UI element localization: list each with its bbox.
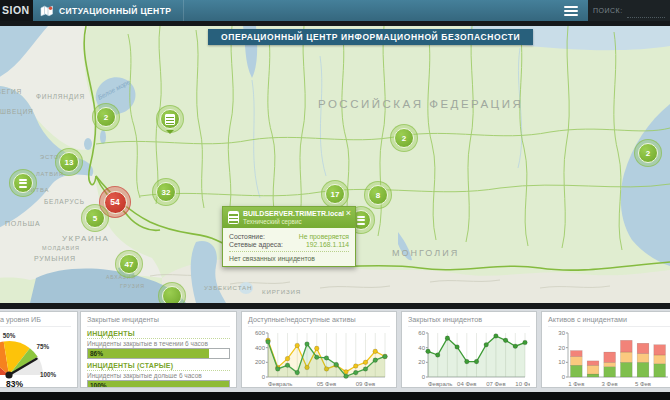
country-label: МОНГОЛИЯ: [392, 248, 459, 258]
kpi-panels-bar: Оценка уровня ИБ 50%75%100%83% Закрытые …: [0, 309, 670, 392]
country-label: ГРУЗИЯ: [120, 283, 145, 289]
country-label: КИРГИЗИЯ: [262, 288, 301, 295]
svg-text:20: 20: [558, 345, 565, 351]
map-marker-32[interactable]: 32: [152, 178, 180, 206]
svg-text:60: 60: [418, 330, 425, 336]
search-zone: ПОИСК:: [588, 0, 670, 21]
map-marker-5[interactable]: 5: [81, 204, 109, 232]
no-incidents-note: Нет связанных инцидентов: [229, 251, 349, 262]
section-description: Инциденты закрытые дольше 6 часов: [87, 372, 230, 379]
svg-text:Февраль: Февраль: [428, 381, 452, 387]
tab-label: СИТУАЦИОННЫЙ ЦЕНТР: [59, 6, 171, 16]
map-marker-pin[interactable]: [156, 105, 184, 133]
svg-text:600: 600: [255, 330, 266, 336]
country-label: РОССИЙСКАЯ ФЕДЕРАЦИЯ: [318, 98, 523, 110]
svg-text:40: 40: [418, 345, 425, 351]
panel-assets-availability: Доступные/недоступные активы 0200400600Ф…: [241, 311, 397, 388]
progress-bar: 100%: [87, 380, 230, 388]
asset-stack-icon: [19, 177, 27, 189]
svg-text:50%: 50%: [3, 332, 16, 339]
bars-chart-title: Активов с инцидентами: [548, 315, 670, 327]
asset-popup-body: Состояние: Не проверяется Сетевые адреса…: [223, 228, 355, 266]
tab-situation-center[interactable]: СИТУАЦИОННЫЙ ЦЕНТР: [33, 0, 184, 21]
map-marker-2[interactable]: 2: [390, 124, 418, 152]
search-input[interactable]: [627, 4, 665, 18]
svg-text:0: 0: [262, 374, 266, 380]
country-label: ПОЛЬША: [5, 220, 40, 227]
svg-text:Февраль: Февраль: [268, 381, 292, 387]
map-marker-2[interactable]: 2: [634, 139, 662, 167]
svg-text:400: 400: [255, 345, 266, 351]
country-label: ШВЕЦИЯ: [0, 108, 34, 115]
svg-text:10: 10: [558, 359, 565, 365]
closed-incidents-chart: 0204060Февраль04 Фев07 Фев10 Фев: [408, 328, 530, 388]
assets-availability-chart: 0200400600Февраль05 Фев09 Фев: [248, 328, 390, 388]
assets-chart-title: Доступные/недоступные активы: [248, 315, 390, 327]
app-logo: SION: [0, 0, 33, 21]
map-section: ОПЕРАЦИОННЫЙ ЦЕНТР ИНФОРМАЦИОННОЙ БЕЗОПА…: [0, 26, 670, 303]
progress-section-incidents-old: ИНЦИДЕНТЫ (СТАРЫЕ) Инциденты закрытые до…: [87, 362, 230, 388]
map-marker-17[interactable]: 17: [321, 180, 349, 208]
top-bar: SION СИТУАЦИОННЫЙ ЦЕНТР ПОИСК:: [0, 0, 670, 21]
svg-text:3 Фев: 3 Фев: [602, 381, 618, 387]
map-marker-8[interactable]: 8: [364, 181, 392, 209]
asset-stack-icon: [357, 214, 365, 226]
state-label: Состояние:: [229, 233, 265, 240]
server-icon: [228, 211, 239, 224]
section-heading: ИНЦИДЕНТЫ: [87, 330, 230, 339]
progress-value: 100%: [90, 381, 107, 388]
country-label: БЕЛАРУСЬ: [44, 198, 85, 205]
svg-text:20: 20: [418, 359, 425, 365]
closed-chart-title: Закрытых инцидентов: [408, 315, 530, 327]
progress-panel-title: Закрытые инциденты: [87, 315, 230, 327]
map-marker-stack[interactable]: [9, 169, 37, 197]
section-heading: ИНЦИДЕНТЫ (СТАРЫЕ): [87, 362, 230, 371]
asset-popup: BUILDSERVER.TRIMETR.local Технический се…: [222, 206, 356, 267]
svg-text:83%: 83%: [6, 379, 23, 388]
svg-text:0: 0: [562, 374, 566, 380]
svg-text:04 Фев: 04 Фев: [457, 381, 476, 387]
address-value: 192.168.1.114: [306, 241, 349, 248]
panel-closed-incidents-chart: Закрытых инцидентов 0204060Февраль04 Фев…: [401, 311, 537, 388]
map-marker-count[interactable]: [158, 282, 186, 303]
state-value: Не проверяется: [299, 233, 349, 240]
asset-popup-subtitle: Технический сервис: [243, 218, 344, 225]
progress-section-incidents: ИНЦИДЕНТЫ Инциденты закрытые в течении 6…: [87, 330, 230, 359]
map-marker-47[interactable]: 47: [115, 250, 143, 278]
svg-text:100%: 100%: [40, 371, 57, 378]
country-label: ФИНЛЯНДИЯ: [36, 93, 85, 100]
svg-text:75%: 75%: [37, 343, 50, 350]
ops-center-banner: ОПЕРАЦИОННЫЙ ЦЕНТР ИНФОРМАЦИОННОЙ БЕЗОПА…: [208, 29, 533, 45]
assets-with-incidents-chart: 01020301 Фев3 Фев5 Фев: [548, 328, 670, 388]
svg-text:200: 200: [255, 359, 266, 365]
asset-popup-title: BUILDSERVER.TRIMETR.local: [243, 210, 344, 218]
svg-text:0: 0: [422, 374, 426, 380]
country-label: НОРВЕГИЯ: [0, 88, 22, 95]
building-icon: [165, 114, 175, 125]
country-label: МОЛДАВИЯ: [42, 245, 80, 251]
address-label: Сетевые адреса:: [229, 241, 283, 248]
panel-closed-incidents-progress: Закрытые инциденты ИНЦИДЕНТЫ Инциденты з…: [80, 311, 237, 388]
menu-hamburger-icon[interactable]: [564, 4, 578, 18]
map-icon: [40, 5, 54, 17]
section-description: Инциденты закрытые в течении 6 часов: [87, 340, 230, 347]
svg-text:09 Фев: 09 Фев: [356, 381, 375, 387]
panel-assets-with-incidents: Активов с инцидентами 01020301 Фев3 Фев5…: [541, 311, 670, 388]
main-menu-bar: СИТУАЦИОННЫЙ ЦЕНТР: [33, 0, 588, 21]
svg-text:1 Фев: 1 Фев: [568, 381, 584, 387]
close-icon[interactable]: ×: [346, 208, 351, 218]
panel-security-level-gauge: Оценка уровня ИБ 50%75%100%83%: [0, 311, 78, 388]
svg-text:5 Фев: 5 Фев: [635, 381, 651, 387]
map-marker-2[interactable]: 2: [92, 103, 120, 131]
country-label: РУМЫНИЯ: [34, 255, 76, 262]
asset-popup-header: BUILDSERVER.TRIMETR.local Технический се…: [223, 207, 355, 228]
svg-text:05 Фев: 05 Фев: [317, 381, 336, 387]
progress-bar: 86%: [87, 348, 230, 359]
security-level-gauge: 50%75%100%83%: [0, 325, 78, 388]
country-label: УЗБЕКИСТАН: [204, 284, 252, 291]
svg-text:07 Фев: 07 Фев: [486, 381, 505, 387]
svg-text:30: 30: [558, 330, 565, 336]
svg-text:10 Фев: 10 Фев: [515, 381, 530, 387]
search-label: ПОИСК:: [593, 7, 623, 14]
map-marker-13[interactable]: 13: [55, 148, 83, 176]
